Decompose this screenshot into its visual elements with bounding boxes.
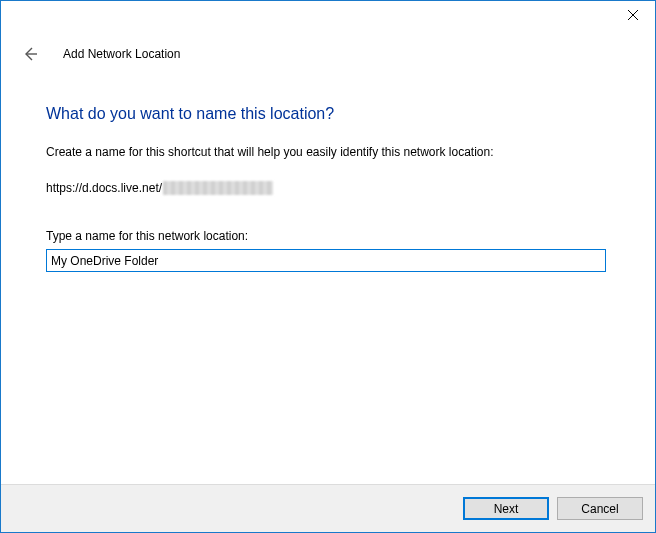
back-button[interactable] [15, 39, 45, 69]
close-button[interactable] [610, 1, 655, 29]
footer-bar: Next Cancel [1, 484, 655, 532]
content-area: What do you want to name this location? … [1, 79, 655, 484]
header-row: Add Network Location [1, 31, 655, 79]
back-arrow-icon [22, 46, 38, 62]
wizard-title: Add Network Location [63, 47, 180, 61]
close-icon [628, 10, 638, 20]
next-button[interactable]: Next [463, 497, 549, 520]
wizard-window: Add Network Location What do you want to… [0, 0, 656, 533]
url-obscured-segment [163, 181, 273, 195]
location-name-input[interactable] [46, 249, 606, 272]
url-display: https://d.docs.live.net/ [46, 181, 610, 195]
url-prefix: https://d.docs.live.net/ [46, 181, 162, 195]
page-heading: What do you want to name this location? [46, 105, 610, 123]
input-label: Type a name for this network location: [46, 229, 610, 243]
titlebar [1, 1, 655, 31]
cancel-button[interactable]: Cancel [557, 497, 643, 520]
description-text: Create a name for this shortcut that wil… [46, 145, 610, 159]
